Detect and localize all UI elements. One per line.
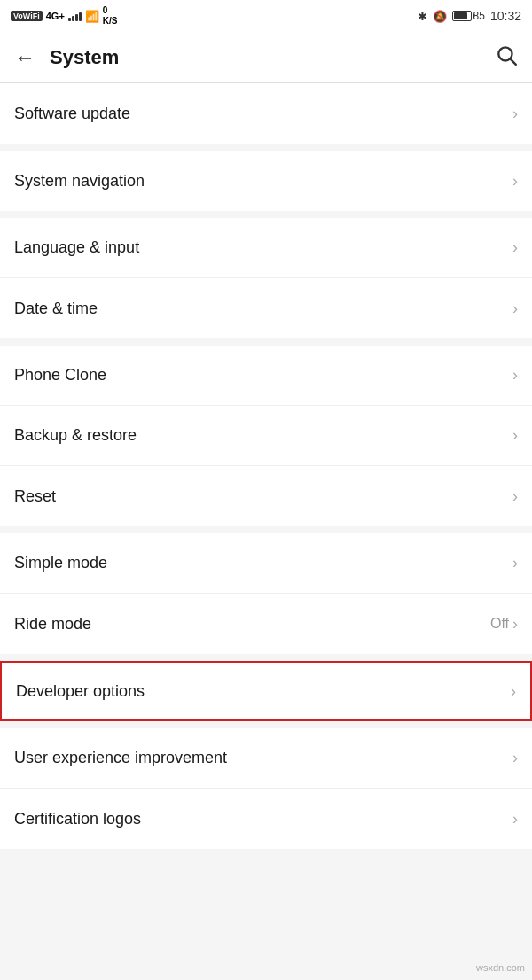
bluetooth-icon: ✱ [418, 10, 427, 23]
menu-item-label: System navigation [14, 172, 145, 191]
app-header: ← System [0, 32, 532, 83]
menu-item-right: › [512, 487, 518, 506]
signal-bar-1 [68, 18, 71, 21]
menu-item-label: Date & time [14, 299, 98, 318]
chevron-right-icon: › [512, 615, 518, 634]
menu-item-right: › [512, 238, 518, 257]
menu-section-3: Phone Clone›Backup & restore›Reset› [0, 346, 532, 526]
menu-section-4: Simple mode›Ride modeOff› [0, 533, 532, 654]
status-left: VoWiFi 4G+ 📶 0K/S [11, 5, 118, 27]
menu-item-value: Off [490, 616, 509, 632]
svg-line-1 [511, 58, 516, 64]
chevron-right-icon: › [512, 172, 518, 191]
menu-item-label: Simple mode [14, 554, 107, 572]
menu-item-label: User experience improvement [14, 749, 227, 767]
signal-bar-4 [79, 12, 82, 21]
chevron-right-icon: › [512, 238, 518, 257]
chevron-right-icon: › [512, 426, 518, 445]
menu-section-1: System navigation› [0, 151, 532, 211]
back-button[interactable]: ← [14, 47, 35, 68]
chevron-right-icon: › [512, 487, 518, 506]
chevron-right-icon: › [512, 105, 518, 123]
menu-item-right: › [512, 426, 518, 445]
battery-fill [454, 12, 467, 19]
chevron-right-icon: › [512, 554, 518, 572]
menu-item-software-update[interactable]: Software update› [0, 83, 532, 144]
menu-item-phone-clone[interactable]: Phone Clone› [0, 346, 532, 406]
menu-item-reset[interactable]: Reset› [0, 466, 532, 526]
menu-item-backup-restore[interactable]: Backup & restore› [0, 406, 532, 466]
menu-item-label: Backup & restore [14, 426, 137, 445]
chevron-right-icon: › [512, 810, 518, 828]
search-button[interactable] [495, 43, 518, 72]
menu-section-0: Software update› [0, 83, 532, 144]
menu-item-right: › [512, 299, 518, 318]
menu-item-right: › [511, 682, 516, 701]
menu-item-label: Software update [14, 105, 130, 123]
wifi-icon: 📶 [85, 10, 99, 23]
menu-item-right: Off› [490, 615, 518, 634]
chevron-right-icon: › [512, 299, 518, 318]
signal-bars [68, 11, 82, 21]
menu-section-5: Developer options› [0, 661, 532, 721]
chevron-right-icon: › [511, 682, 516, 701]
battery-icon [452, 11, 472, 21]
menu-item-developer-options[interactable]: Developer options› [0, 661, 532, 721]
menu-section-2: Language & input›Date & time› [0, 218, 532, 338]
menu-item-ride-mode[interactable]: Ride modeOff› [0, 594, 532, 654]
menu-item-right: › [512, 810, 518, 828]
menu-item-right: › [512, 749, 518, 767]
menu-item-label: Certification logos [14, 810, 141, 828]
menu-item-right: › [512, 554, 518, 572]
menu-item-right: › [512, 105, 518, 123]
menu-item-date-time[interactable]: Date & time› [0, 278, 532, 338]
menu-item-label: Phone Clone [14, 366, 106, 385]
silent-icon: 🔕 [433, 10, 447, 23]
menu-item-label: Language & input [14, 238, 139, 257]
menu-item-label: Reset [14, 487, 56, 506]
menu-item-system-navigation[interactable]: System navigation› [0, 151, 532, 211]
time-display: 10:32 [490, 9, 521, 23]
menu-item-label: Developer options [16, 682, 145, 701]
battery-percent: 85 [473, 10, 485, 22]
status-right: ✱ 🔕 85 10:32 [418, 9, 521, 23]
signal-bar-2 [72, 16, 74, 21]
vowifi-indicator: VoWiFi [11, 11, 43, 21]
chevron-right-icon: › [512, 366, 518, 385]
menu-item-certification-logos[interactable]: Certification logos› [0, 789, 532, 849]
menu-container: Software update›System navigation›Langua… [0, 83, 532, 849]
network-type: 4G+ [46, 11, 65, 21]
menu-item-right: › [512, 172, 518, 191]
battery-indicator: 85 [452, 10, 485, 22]
menu-item-label: Ride mode [14, 615, 91, 634]
menu-item-right: › [512, 366, 518, 385]
chevron-right-icon: › [512, 749, 518, 767]
watermark: wsxdn.com [476, 962, 525, 973]
data-speed: 0K/S [103, 5, 118, 27]
status-bar: VoWiFi 4G+ 📶 0K/S ✱ 🔕 85 10:32 [0, 0, 532, 32]
menu-item-simple-mode[interactable]: Simple mode› [0, 533, 532, 594]
menu-section-6: User experience improvement›Certificatio… [0, 728, 532, 849]
page-title: System [50, 46, 495, 69]
menu-item-user-experience-improvement[interactable]: User experience improvement› [0, 728, 532, 789]
menu-item-language-input[interactable]: Language & input› [0, 218, 532, 278]
signal-bar-3 [75, 14, 78, 21]
